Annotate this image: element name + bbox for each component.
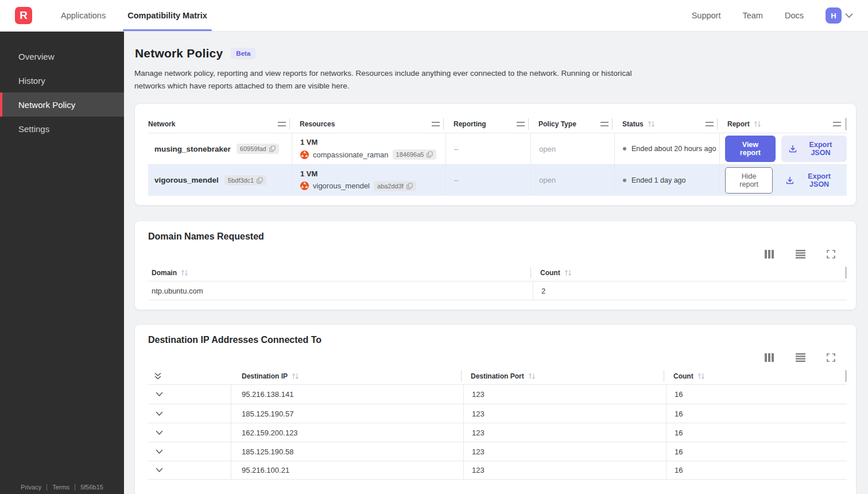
app-logo[interactable]: R — [15, 7, 32, 24]
resource-id-badge: 184696a5 — [393, 149, 437, 160]
copy-icon[interactable] — [406, 183, 413, 190]
status-text: Ended about 20 hours ago — [631, 145, 716, 153]
view-report-button[interactable]: View report — [725, 136, 776, 162]
dest-ip-table-row[interactable]: 185.125.190.58 123 16 — [148, 442, 847, 461]
dest-ip-table-row[interactable]: 162.159.200.123 123 16 — [148, 423, 847, 442]
sort-icon[interactable] — [698, 373, 705, 380]
nav-link-team[interactable]: Team — [742, 11, 762, 20]
row-expander[interactable] — [148, 385, 231, 404]
account-menu[interactable]: H — [826, 7, 853, 24]
network-cell: vigorous_mendel 5bdf3dc1 — [148, 165, 292, 195]
column-header-reporting: Reporting — [445, 115, 530, 133]
sort-icon[interactable] — [292, 373, 299, 380]
sort-icon[interactable] — [648, 121, 655, 128]
resource-name[interactable]: vigorous_mendel — [313, 182, 370, 190]
column-header-resources: Resources — [292, 115, 445, 133]
rows-icon[interactable] — [796, 353, 805, 362]
domain-table-header: Domain Count — [148, 264, 847, 281]
hide-report-button[interactable]: Hide report — [725, 167, 773, 194]
dest-ip-table-row[interactable]: 95.216.100.21 123 16 — [148, 461, 847, 480]
copy-icon[interactable] — [427, 151, 433, 158]
columns-icon[interactable] — [765, 250, 774, 258]
primary-tabs: Applications Compatibility Matrix — [60, 0, 208, 31]
build-version: 5f56b15 — [80, 484, 103, 491]
nav-link-support[interactable]: Support — [692, 11, 721, 20]
policy-type-cell: open — [530, 133, 614, 164]
export-json-button[interactable]: Export JSON — [781, 136, 847, 162]
row-expander[interactable] — [148, 461, 231, 479]
resource-name[interactable]: compassionate_raman — [313, 150, 389, 159]
column-label: Domain — [152, 269, 177, 277]
reporting-cell: – — [445, 133, 530, 164]
export-json-button[interactable]: Export JSON — [778, 167, 847, 194]
footer-separator — [75, 484, 75, 491]
sidebar-item-overview[interactable]: Overview — [0, 44, 124, 68]
network-table-row[interactable]: musing_stonebraker 60959fad 1 VM compass… — [148, 133, 847, 164]
policy-type-cell: open — [530, 165, 614, 195]
dest-ip-card: Destination IP Addresses Connected To De… — [134, 324, 857, 494]
ip-cell: 162.159.200.123 — [231, 423, 463, 442]
domain-table-row[interactable]: ntp.ubuntu.com 2 — [148, 281, 847, 300]
port-cell: 123 — [463, 442, 666, 461]
column-header-policy-type: Policy Type — [530, 115, 614, 133]
footer-separator — [46, 484, 47, 491]
networks-table-header: Network Resources Reporting Policy Type … — [148, 115, 847, 133]
rows-icon[interactable] — [796, 250, 805, 258]
column-label: Destination Port — [471, 372, 524, 380]
columns-icon[interactable] — [765, 353, 774, 362]
row-expander[interactable] — [148, 423, 231, 442]
page-description: Manage network policy, reporting and vie… — [134, 67, 640, 92]
copy-icon[interactable] — [269, 145, 276, 152]
resource-id: aba2dd3f — [377, 183, 404, 190]
column-resize-handle[interactable] — [833, 122, 841, 126]
sort-icon[interactable] — [754, 121, 761, 128]
nav-link-docs[interactable]: Docs — [785, 11, 804, 20]
count-cell: 16 — [666, 461, 847, 479]
resources-cell: 1 VM compassionate_raman 184696a5 — [292, 133, 445, 164]
dest-ip-table-row[interactable]: 95.216.138.141 123 16 — [148, 385, 847, 404]
fullscreen-icon[interactable] — [827, 353, 835, 362]
avatar[interactable]: H — [826, 7, 842, 24]
count-cell: 16 — [666, 404, 847, 423]
terms-link[interactable]: Terms — [52, 484, 69, 491]
ip-cell: 95.216.100.21 — [231, 461, 463, 479]
column-resize-handle[interactable] — [600, 122, 609, 126]
column-header-domain: Domain — [148, 264, 533, 281]
sort-icon[interactable] — [528, 373, 536, 380]
column-header-destination-port: Destination Port — [463, 368, 666, 384]
download-icon — [789, 145, 797, 153]
row-expander[interactable] — [148, 404, 231, 423]
column-label: Count — [540, 269, 560, 277]
column-resize-handle[interactable] — [432, 122, 440, 126]
dest-ip-table-header: Destination IP Destination Port Count — [148, 368, 847, 385]
network-table-row[interactable]: vigorous_mendel 5bdf3dc1 1 VM vigorous_m… — [148, 164, 847, 196]
sidebar-item-settings[interactable]: Settings — [0, 117, 124, 141]
copy-icon[interactable] — [257, 177, 263, 184]
chevron-down-icon[interactable] — [845, 13, 853, 18]
fullscreen-icon[interactable] — [827, 250, 835, 258]
column-resize-handle[interactable] — [278, 122, 286, 126]
count-cell: 16 — [666, 423, 847, 442]
privacy-link[interactable]: Privacy — [21, 484, 41, 491]
row-expander[interactable] — [148, 442, 231, 461]
port-cell: 123 — [463, 423, 666, 442]
card-title: Domain Names Requested — [148, 231, 847, 242]
double-chevron-down-icon[interactable] — [154, 372, 162, 380]
ip-cell: 185.125.190.58 — [231, 442, 463, 461]
column-resize-handle[interactable] — [706, 122, 714, 126]
sidebar-item-history[interactable]: History — [0, 68, 124, 92]
resource-id: 184696a5 — [396, 151, 424, 158]
header-end-bar — [845, 267, 847, 279]
tab-compatibility-matrix[interactable]: Compatibility Matrix — [126, 0, 208, 31]
status-dot-icon — [623, 147, 626, 150]
dest-ip-table-row[interactable]: 185.125.190.57 123 16 — [148, 404, 847, 423]
sort-icon[interactable] — [564, 269, 572, 276]
sidebar-item-network-policy[interactable]: Network Policy — [0, 92, 124, 117]
network-id-badge: 60959fad — [237, 144, 279, 154]
tab-applications[interactable]: Applications — [60, 0, 107, 31]
column-header-count: Count — [666, 368, 847, 384]
sort-icon[interactable] — [181, 269, 188, 276]
column-resize-handle[interactable] — [517, 122, 525, 126]
network-cell: musing_stonebraker 60959fad — [148, 133, 292, 164]
column-label: Status — [622, 120, 644, 128]
